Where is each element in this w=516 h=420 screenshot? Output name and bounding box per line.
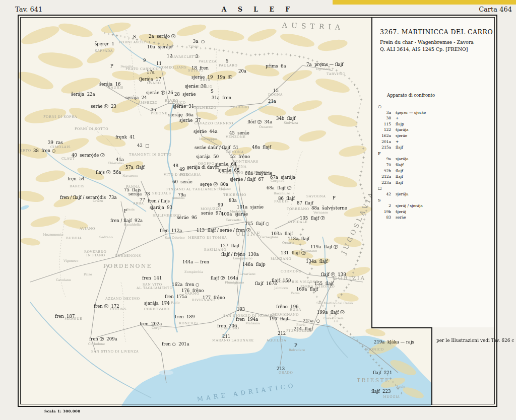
map-title: 3267. MARTINICCA DEL CARRO bbox=[380, 28, 493, 36]
apparato-entry-number: 223a bbox=[378, 180, 391, 186]
legend-border-left bbox=[371, 17, 372, 328]
apparato-group-symbol: P bbox=[378, 151, 426, 157]
apparato-entry-number: 162a bbox=[378, 133, 391, 139]
apparato-entry: 19bšjeráj bbox=[378, 209, 426, 215]
apparato-entry: 122šjarája bbox=[378, 127, 426, 133]
apparato-entry-value: sjerája bbox=[396, 191, 408, 197]
apparato-entry: 201a+ bbox=[378, 139, 426, 145]
apparato-entry-number: 38 bbox=[378, 115, 391, 121]
apparato-entry: 115ſlajp bbox=[378, 121, 426, 127]
apparato-entry-number: 3a bbox=[378, 110, 391, 116]
scan-edge-strip bbox=[333, 0, 516, 5]
illustrations-note: per le Illustrazioni vedi Tav. 626 c bbox=[436, 338, 512, 343]
apparato-entry-number: 215a bbox=[378, 145, 391, 151]
apparato-group-symbol: □ bbox=[378, 185, 426, 191]
apparato-entry: 42sjerája bbox=[378, 191, 426, 197]
apparato-title: Apparato di confronto bbox=[387, 93, 435, 98]
apparato-entry: 9asjarája bbox=[378, 156, 426, 162]
apparato-group-symbol: S bbox=[378, 197, 426, 203]
apparato-entry-value: seráe bbox=[396, 215, 406, 221]
carta-number: Carta 464 bbox=[479, 6, 512, 13]
apparato-entry-value: ſlajf bbox=[396, 145, 403, 151]
apparato-entry-number: 83 bbox=[378, 215, 391, 221]
apparato-entry-value: šjarája bbox=[396, 127, 409, 133]
apparato-entry-value: sjeráj / sjerája bbox=[396, 203, 423, 209]
apparato-entry-value: ſlajf bbox=[396, 180, 403, 186]
apparato-list: ○3ašpęrer — sjeráe38+115ſlajp122šjarája1… bbox=[378, 104, 426, 221]
apparato-entry-value: + bbox=[396, 139, 399, 145]
scale-label: Scala 1: 300.000 bbox=[44, 409, 80, 413]
apparato-entry: 215aſlajf bbox=[378, 145, 426, 151]
apparato-entry: 83seráe bbox=[378, 215, 426, 221]
apparato-entry-number: 42 bbox=[378, 191, 391, 197]
map-edge-line bbox=[431, 327, 432, 405]
apparato-entry-value: ſlajp bbox=[396, 121, 404, 127]
apparato-entry-value: špęrer — sjeráe bbox=[396, 110, 426, 116]
apparato-entry-value: + bbox=[396, 115, 399, 121]
apparato-entry-number: 122 bbox=[378, 127, 391, 133]
apparato-entry-number: 92b bbox=[378, 168, 391, 174]
apparato-entry-value: ſlajf bbox=[396, 174, 403, 180]
apparato-entry-value: šlajf bbox=[396, 162, 404, 168]
apparato-entry-value: šjeráj bbox=[396, 209, 406, 215]
apparato-entry-number: 2 bbox=[378, 203, 391, 209]
apparato-group-symbol: ○ bbox=[378, 104, 426, 110]
apparato-entry: 3ašpęrer — sjeráe bbox=[378, 110, 426, 116]
atlas-page: Tav. 641 A S L E F Carta 464 bbox=[0, 0, 516, 420]
atlas-title: A S L E F bbox=[0, 6, 516, 13]
apparato-entry: 2sjeráj / sjerája bbox=[378, 203, 426, 209]
apparato-entry: 92bſlajf bbox=[378, 168, 426, 174]
apparato-entry: 38+ bbox=[378, 115, 426, 121]
apparato-entry-number: 212a bbox=[378, 174, 391, 180]
apparato-entry-number: 115 bbox=[378, 121, 391, 127]
apparato-entry-number: 19b bbox=[378, 209, 391, 215]
apparato-entry: 212aſlajf bbox=[378, 174, 426, 180]
apparato-entry-number: 9a bbox=[378, 156, 391, 162]
apparato-entry: 223aſlajf bbox=[378, 180, 426, 186]
apparato-entry-value: sjeráe bbox=[396, 133, 407, 139]
apparato-entry-number: 201a bbox=[378, 139, 391, 145]
apparato-entry: 162asjeráe bbox=[378, 133, 426, 139]
map-subtitle-source: Q. ALI 3614, AIS 1245 Cp. [FRENO] bbox=[380, 46, 468, 52]
apparato-entry: 70šlajf bbox=[378, 162, 426, 168]
apparato-entry-value: ſlajf bbox=[396, 168, 403, 174]
apparato-entry-value: sjarája bbox=[396, 156, 409, 162]
map-subtitle-translations: Frein du char - Wagenbremse - Zavora bbox=[380, 39, 474, 45]
apparato-entry-number: 70 bbox=[378, 162, 391, 168]
legend-panel: 3267. MARTINICCA DEL CARRO Frein du char… bbox=[372, 17, 494, 327]
legend-border-bottom bbox=[371, 327, 432, 328]
